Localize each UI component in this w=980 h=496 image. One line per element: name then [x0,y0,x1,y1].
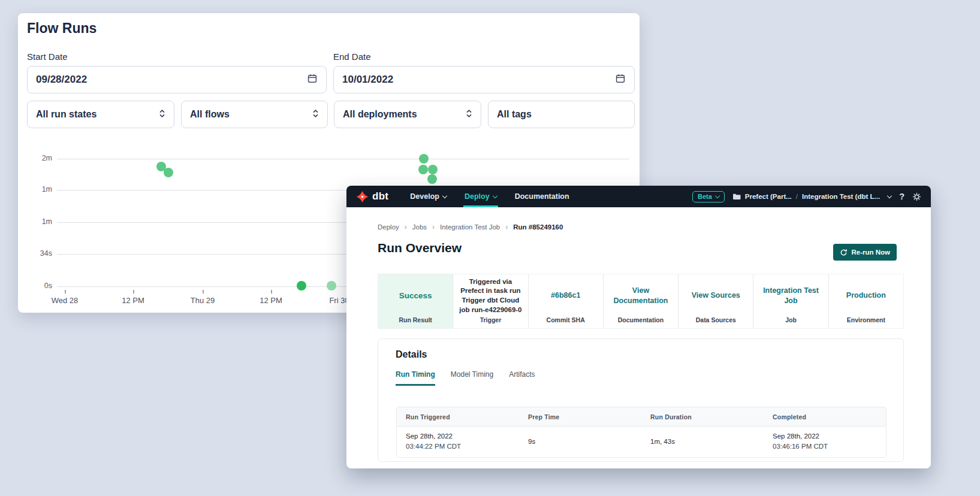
x-axis-tickmark [133,290,134,294]
nav-item-develop[interactable]: Develop [409,186,448,207]
project-name: Prefect (Part... [745,193,792,200]
x-axis-tick: 12 PM [108,296,158,305]
page-title: Flow Runs [27,20,97,37]
breadcrumb-item-deploy[interactable]: Deploy [378,223,399,231]
breadcrumb-separator: › [505,223,508,231]
sort-chevrons-icon [466,109,472,120]
desktop: { "colors": { "page_background": "#d9dfe… [0,0,980,496]
run-states-filter[interactable]: All run states [27,101,174,128]
x-axis-tick: Wed 28 [40,296,90,305]
prep-time-cell: 9s [519,432,641,452]
breadcrumb-item-current-run: Run #85249160 [513,223,563,231]
view-documentation-link[interactable]: View Documentation [610,286,672,307]
run-duration-cell: 1m, 43s [641,432,764,452]
dbt-cloud-window: dbt Develop Deploy Documentation Beta Pr… [346,186,931,468]
deployments-filter[interactable]: All deployments [334,101,481,128]
y-axis-tick: 1m [28,217,52,226]
chevron-down-icon [492,193,497,198]
nav-item-documentation[interactable]: Documentation [514,186,571,207]
start-date-label: Start Date [27,52,68,62]
flow-run-point[interactable] [327,281,336,291]
table-row: Sep 28th, 2022 03:44:22 PM CDT 9s 1m, 43… [397,427,886,457]
details-tabs: Run Timing Model Timing Artifacts [396,370,535,386]
gear-icon[interactable] [912,192,921,201]
sort-chevrons-icon [312,109,319,120]
x-axis-tick: Thu 29 [177,296,228,305]
tab-model-timing[interactable]: Model Timing [451,370,493,386]
y-axis-tick: 2m [28,154,52,162]
y-axis-tick: 0s [28,282,52,290]
path-separator: / [796,193,798,200]
filter-label: All flows [190,109,230,120]
help-icon[interactable]: ? [899,192,904,201]
status-card-label: Commit SHA [529,316,603,323]
status-card-label: Documentation [604,316,678,323]
trigger-value: Triggered via Prefect in task run Trigge… [459,277,521,314]
dbt-logo-icon [356,190,369,203]
filter-label: All deployments [343,109,417,120]
status-card-run-result: Success Run Result [378,274,453,328]
view-sources-link[interactable]: View Sources [692,291,740,301]
job-link[interactable]: Integration Test Job [759,286,822,307]
project-selector[interactable]: Prefect (Part... / Integration Test (dbt… [732,193,891,200]
flow-run-point[interactable] [418,165,428,174]
navbar-right: Beta Prefect (Part... / Integration Test… [692,191,921,202]
flow-run-point[interactable] [297,281,306,291]
breadcrumb-separator: › [432,223,435,231]
status-card-label: Data Sources [679,316,753,323]
flow-run-point[interactable] [428,165,438,174]
status-card-environment: Production Environment [829,274,903,328]
x-axis-tickmark [271,290,272,294]
status-card-label: Trigger [453,316,527,323]
details-title: Details [396,349,427,360]
tags-filter[interactable]: All tags [488,101,635,128]
environment-link[interactable]: Production [846,291,886,301]
commit-sha-link[interactable]: #6b86c1 [551,291,580,301]
status-card-documentation: View Documentation Documentation [604,274,679,328]
completed-cell: Sep 28th, 2022 03:46:16 PM CDT [764,427,886,457]
sort-chevrons-icon [159,109,165,120]
dbt-logo-text: dbt [372,190,388,202]
flow-run-point[interactable] [419,154,429,164]
status-card-label: Run Result [378,316,453,323]
calendar-icon[interactable] [615,73,626,87]
status-card-data-sources: View Sources Data Sources [679,274,753,328]
column-header: Prep Time [519,413,641,421]
page-title: Run Overview [378,241,462,255]
folder-icon [732,193,741,200]
table-header-row: Run Triggered Prep Time Run Duration Com… [397,407,886,427]
run-timing-table: Run Triggered Prep Time Run Duration Com… [396,407,886,458]
x-axis-tickmark [203,290,204,294]
flow-run-point[interactable] [427,174,437,184]
column-header: Run Duration [641,413,764,421]
calendar-icon[interactable] [307,73,318,87]
flows-filter[interactable]: All flows [181,101,328,128]
flow-run-point[interactable] [164,168,173,177]
x-axis-tick: 12 PM [246,296,296,305]
end-date-input[interactable]: 10/01/2022 [333,66,635,93]
nav-item-deploy[interactable]: Deploy [463,186,498,207]
start-date-input[interactable]: 09/28/2022 [27,66,327,93]
breadcrumb: Deploy › Jobs › Integration Test Job › R… [378,223,563,231]
status-card-commit-sha: #6b86c1 Commit SHA [529,274,604,328]
tab-artifacts[interactable]: Artifacts [509,370,535,386]
breadcrumb-item-jobs[interactable]: Jobs [412,223,427,231]
status-card-trigger: Triggered via Prefect in task run Trigge… [453,274,528,328]
tab-run-timing[interactable]: Run Timing [396,370,435,386]
dbt-logo[interactable]: dbt [356,190,388,203]
run-status-strip: Success Run Result Triggered via Prefect… [378,274,904,329]
status-card-job: Integration Test Job Job [753,274,828,328]
column-header: Run Triggered [397,413,519,421]
refresh-icon [840,249,848,256]
filter-label: All run states [36,109,97,120]
y-axis-tick: 34s [28,249,52,258]
gridline [57,159,629,159]
rerun-now-button[interactable]: Re-run Now [833,244,897,261]
column-header: Completed [764,413,886,421]
breadcrumb-item-job[interactable]: Integration Test Job [440,223,500,231]
end-date-label: End Date [333,52,371,62]
details-card: Details Run Timing Model Timing Artifact… [378,338,904,462]
chevron-down-icon [442,193,447,198]
beta-badge[interactable]: Beta [692,191,725,202]
start-date-value: 09/28/2022 [36,74,87,86]
